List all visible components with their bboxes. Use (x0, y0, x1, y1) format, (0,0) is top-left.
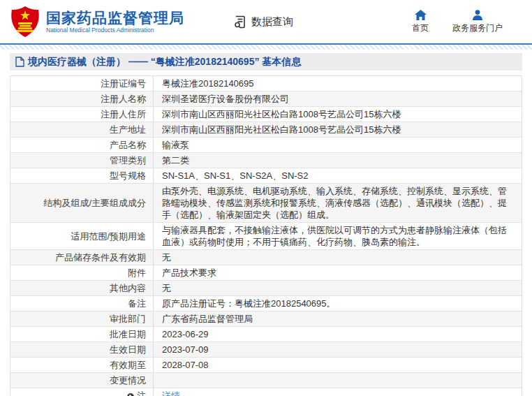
page-title-bar: 境内医疗器械（注册） —— “粤械注准20182140695” 基本信息 (10, 53, 522, 71)
home-link[interactable]: 首页 (412, 10, 429, 34)
row-value: 深圳市南山区西丽阳光社区松白路1008号艺晶公司15栋六楼 (154, 107, 522, 122)
row-label-text: 批准日期 (110, 328, 146, 340)
row-label-text: 审批部门 (110, 313, 146, 325)
agency-name: 国家药品监督管理局 National Medical Products Admi… (46, 10, 184, 34)
row-value-text: 粤械注准20182140695 (162, 78, 254, 89)
home-link-label: 首页 (412, 22, 429, 34)
row-value: 深圳市南山区西丽阳光社区松白路1008号艺晶公司15栋六楼 (154, 122, 522, 137)
page-title: 境内医疗器械（注册） —— “粤械注准20182140695” 基本信息 (28, 56, 301, 68)
row-value-text: SN-S1A、SN-S1、SN-S2A、SN-S2 (162, 170, 309, 182)
row-label: 注册证编号 (10, 76, 154, 91)
row-value: 无 (154, 281, 522, 295)
row-value: 输液泵 (154, 138, 522, 152)
row-label-text: 注册人住所 (101, 108, 146, 120)
row-value-text: 2023-07-09 (162, 344, 209, 355)
row-value-text: 与输液器具配套，不接触输注液体，供医院以可调节的方式为患者静脉输注液体（包括血液… (162, 224, 513, 248)
row-label-text: 生产地址 (110, 124, 146, 135)
row-value: 产品技术要求 (154, 265, 522, 280)
agency-name-en: National Medical Products Administration (46, 27, 184, 34)
row-value-text: 无 (162, 251, 171, 263)
row-label: 审批部门 (10, 311, 154, 326)
row-value-text: 第二类 (162, 154, 189, 166)
row-label: 变更情况 (10, 373, 154, 388)
row-value-text: 产品技术要求 (162, 267, 216, 279)
table-row: 产品储存条件及有效期无 (10, 250, 522, 265)
detail-link[interactable]: 详情 (162, 390, 180, 396)
note-icon (127, 393, 134, 396)
row-value: 2023-06-29 (154, 327, 522, 342)
row-label-text: 结构及组成/主要组成成分 (43, 197, 146, 209)
row-value: 2028-07-08 (154, 358, 522, 372)
table-row: 生效日期2023-07-09 (10, 342, 522, 358)
row-label: 注 (10, 388, 154, 396)
data-query-nav[interactable]: 数据查询 (233, 15, 293, 29)
row-label-text: 变更情况 (110, 374, 146, 386)
row-value-text: 深圳市南山区西丽阳光社区松白路1008号艺晶公司15栋六楼 (162, 108, 401, 120)
table-row: 生产地址深圳市南山区西丽阳光社区松白路1008号艺晶公司15栋六楼 (10, 122, 522, 138)
row-value: 由泵外壳、电源系统、电机驱动系统、输入系统、存储系统、控制系统、显示系统、管路蠕… (154, 184, 522, 222)
row-value-text: 深圳圣诺医疗设备股份有限公司 (162, 93, 289, 105)
table-row: 注册证编号粤械注准20182140695 (10, 76, 522, 91)
hatch-strip (0, 45, 532, 50)
row-value: 深圳圣诺医疗设备股份有限公司 (154, 91, 522, 106)
row-label-text: 管理类别 (110, 154, 146, 166)
row-label-text: 产品储存条件及有效期 (55, 251, 146, 263)
table-row: 审批部门广东省药品监督管理局 (10, 311, 522, 327)
row-label-text: 备注 (128, 298, 146, 309)
row-label-text: 注册人名称 (101, 93, 146, 105)
row-label: 产品名称 (10, 138, 154, 152)
row-label-text: 其他内容 (110, 282, 146, 294)
row-value: 广东省药品监督管理局 (154, 311, 522, 326)
table-row: 批准日期2023-06-29 (10, 327, 522, 342)
row-value-text: 由泵外壳、电源系统、电机驱动系统、输入系统、存储系统、控制系统、显示系统、管路蠕… (162, 185, 513, 221)
table-row: 备注原产品注册证号：粤械注准20182540695。 (10, 296, 522, 311)
row-label: 管理类别 (10, 153, 154, 168)
row-label: 生效日期 (10, 342, 154, 357)
row-label-text: 适用范围/预期用途 (71, 230, 146, 242)
table-row: 附件产品技术要求 (10, 265, 522, 281)
person-icon (472, 10, 483, 20)
table-row: 型号规格SN-S1A、SN-S1、SN-S2A、SN-S2 (10, 168, 522, 184)
row-value-text: 深圳市南山区西丽阳光社区松白路1008号艺晶公司15栋六楼 (162, 124, 401, 135)
national-emblem-icon (10, 6, 40, 38)
row-value-text: 原产品注册证号：粤械注准20182540695。 (162, 298, 336, 309)
gov-portal-link[interactable]: 政务服务门户 (452, 10, 503, 34)
home-icon (415, 10, 427, 20)
row-label: 有效期至 (10, 358, 154, 372)
row-label: 备注 (10, 296, 154, 311)
row-label: 产品储存条件及有效期 (10, 250, 154, 265)
row-label: 其他内容 (10, 281, 154, 295)
row-value: 粤械注准20182140695 (154, 76, 522, 91)
row-label-text: 附件 (128, 267, 146, 279)
row-label-text: 型号规格 (110, 170, 146, 182)
row-label-text: 生效日期 (110, 344, 146, 355)
table-row: 有效期至2028-07-08 (10, 358, 522, 373)
page-header: 国家药品监督管理局 National Medical Products Admi… (0, 0, 532, 43)
nmpa-logo[interactable]: 国家药品监督管理局 National Medical Products Admi… (10, 6, 184, 38)
row-label: 批准日期 (10, 327, 154, 342)
row-label: 附件 (10, 265, 154, 280)
row-value: 2023-07-09 (154, 342, 522, 357)
row-label-text: 有效期至 (110, 359, 146, 371)
table-row: 注册人住所深圳市南山区西丽阳光社区松白路1008号艺晶公司15栋六楼 (10, 107, 522, 122)
row-label: 注册人住所 (10, 107, 154, 122)
row-label: 注册人名称 (10, 91, 154, 106)
table-row: 产品名称输液泵 (10, 138, 522, 153)
row-value: 无 (154, 250, 522, 265)
document-search-icon (233, 15, 248, 29)
header-links: 首页 政务服务门户 (412, 10, 522, 34)
table-row: 变更情况 (10, 373, 522, 388)
row-value: 原产品注册证号：粤械注准20182540695。 (154, 296, 522, 311)
table-row: 管理类别第二类 (10, 153, 522, 168)
row-value-text: 2023-06-29 (162, 328, 209, 340)
table-row: 结构及组成/主要组成成分由泵外壳、电源系统、电机驱动系统、输入系统、存储系统、控… (10, 184, 522, 223)
row-label-text: 产品名称 (110, 139, 146, 151)
row-label-text: 注册证编号 (101, 78, 146, 89)
row-value-text: 输液泵 (162, 139, 189, 151)
row-label-text: 注 (137, 390, 146, 396)
data-query-label: 数据查询 (251, 15, 293, 29)
row-label: 结构及组成/主要组成成分 (10, 184, 154, 222)
table-row: 注详情 (10, 388, 522, 396)
agency-name-cn: 国家药品监督管理局 (46, 10, 184, 26)
row-value: 与输液器具配套，不接触输注液体，供医院以可调节的方式为患者静脉输注液体（包括血液… (154, 223, 522, 249)
